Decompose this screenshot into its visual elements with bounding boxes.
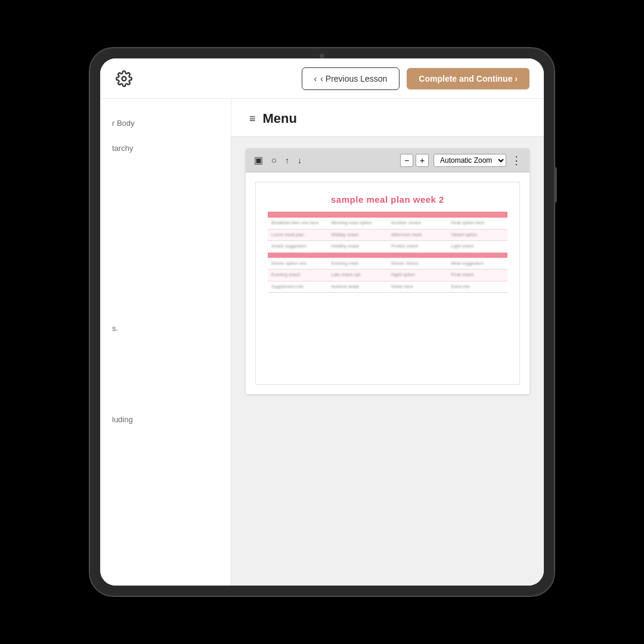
header-nav: ‹ ‹ Previous Lesson Complete and Continu… (302, 67, 530, 90)
zoom-select[interactable]: Automatic Zoom 50% 75% 100% 125% 150% (434, 154, 506, 167)
cell: Afternoon meal (388, 229, 448, 241)
prev-lesson-label: ‹ Previous Lesson (320, 74, 387, 83)
cell: Night option (388, 270, 448, 281)
bottom-content (231, 406, 544, 586)
pdf-more-options-button[interactable]: ⋮ (511, 154, 522, 167)
main-panel: ≡ Menu ▣ ○ (231, 99, 544, 586)
table-row: Breakfast item one here Morning meal opt… (268, 218, 507, 229)
zoom-out-button[interactable]: − (400, 154, 413, 167)
cell: Notes here (388, 281, 448, 293)
cell: Nutrient detail (328, 281, 388, 293)
top-header: ‹ ‹ Previous Lesson Complete and Continu… (100, 58, 544, 99)
col-header-3 (388, 212, 448, 218)
cell: Another choice (388, 218, 448, 229)
cell: Snack suggestion (268, 241, 328, 253)
cell: Final option here (448, 218, 508, 229)
cell: Late snack opt (328, 270, 388, 281)
table-row: Evening snack Late snack opt Night optio… (268, 270, 507, 281)
svg-point-0 (122, 76, 126, 80)
cell: Dinner choice (388, 258, 448, 270)
sidebar-item-luding-label: luding (112, 415, 133, 424)
cell: Evening meal (328, 258, 388, 270)
pdf-toolbar-left: ▣ ○ ↑ ↓ (253, 153, 303, 167)
cell: Dinner option one (268, 258, 328, 270)
meal-plan-table: Breakfast item one here Morning meal opt… (268, 212, 507, 293)
meal-plan-document: sample meal plan week 2 (255, 182, 520, 385)
sidebar-item-s[interactable]: s. (100, 316, 231, 341)
page-header: ≡ Menu (231, 99, 544, 137)
cell: Light snack (448, 241, 508, 253)
section-header-cell (268, 252, 507, 258)
cell: Protein snack (388, 241, 448, 253)
cell: Extra info (448, 281, 508, 293)
header-left (114, 69, 134, 88)
cell: Morning meal option (328, 218, 388, 229)
pdf-search-button[interactable]: ○ (270, 154, 278, 166)
pdf-toolbar: ▣ ○ ↑ ↓ (246, 148, 530, 172)
sidebar: r Body tarchy s. luding (100, 99, 231, 586)
pdf-content: sample meal plan week 2 (246, 172, 530, 394)
section-header-row (268, 252, 507, 258)
table-row: Supplement info Nutrient detail Notes he… (268, 281, 507, 293)
pdf-next-page-icon: ↓ (298, 156, 302, 165)
cell: Evening snack (268, 270, 328, 281)
previous-lesson-button[interactable]: ‹ ‹ Previous Lesson (302, 67, 400, 90)
complete-btn-label: Complete and Continue › (419, 74, 518, 83)
pdf-sidebar-icon: ▣ (254, 154, 263, 166)
cell: Varied option (448, 229, 508, 241)
cell: Lunch meal plan (268, 229, 328, 241)
meal-plan-title: sample meal plan week 2 (268, 194, 507, 205)
sidebar-item-s-label: s. (112, 324, 118, 333)
cell: Final snack (448, 270, 508, 281)
col-header-4 (448, 212, 508, 218)
col-header-1 (268, 212, 328, 218)
pdf-prev-page-icon: ↑ (285, 156, 289, 165)
table-row: Snack suggestion Healthy snack Protein s… (268, 241, 507, 253)
cell: Breakfast item one here (268, 218, 328, 229)
pdf-viewer: ▣ ○ ↑ ↓ (246, 148, 530, 394)
pdf-next-page-button[interactable]: ↓ (296, 154, 303, 166)
content-area: r Body tarchy s. luding ≡ Me (100, 99, 544, 586)
table-row: Lunch meal plan Midday snack Afternoon m… (268, 229, 507, 241)
tablet-frame: ‹ ‹ Previous Lesson Complete and Continu… (89, 48, 555, 596)
cell: Healthy snack (328, 241, 388, 253)
complete-and-continue-button[interactable]: Complete and Continue › (407, 68, 530, 89)
pdf-sidebar-toggle[interactable]: ▣ (253, 153, 264, 167)
tablet-screen: ‹ ‹ Previous Lesson Complete and Continu… (100, 58, 544, 586)
zoom-control: − + (400, 154, 429, 167)
sidebar-item-tarchy-label: tarchy (112, 144, 133, 153)
gear-icon (116, 70, 132, 87)
pdf-search-icon: ○ (271, 155, 277, 165)
zoom-in-button[interactable]: + (416, 154, 429, 167)
cell: Meal suggestion (448, 258, 508, 270)
cell: Midday snack (328, 229, 388, 241)
sidebar-item-luding[interactable]: luding (100, 407, 231, 432)
prev-chevron-icon: ‹ (314, 74, 317, 83)
sidebar-item-body-label: r Body (112, 119, 135, 128)
cell: Supplement info (268, 281, 328, 293)
pdf-prev-page-button[interactable]: ↑ (284, 154, 290, 166)
sidebar-item-body[interactable]: r Body (100, 111, 231, 136)
page-title: Menu (263, 111, 297, 126)
menu-hamburger-icon: ≡ (249, 113, 256, 125)
settings-button[interactable] (114, 69, 134, 88)
table-row: Dinner option one Evening meal Dinner ch… (268, 258, 507, 270)
table-header-row (268, 212, 507, 218)
sidebar-item-tarchy[interactable]: tarchy (100, 136, 231, 161)
pdf-toolbar-right: − + Automatic Zoom 50% 75% 100% 125% 150… (400, 154, 522, 167)
col-header-2 (328, 212, 388, 218)
